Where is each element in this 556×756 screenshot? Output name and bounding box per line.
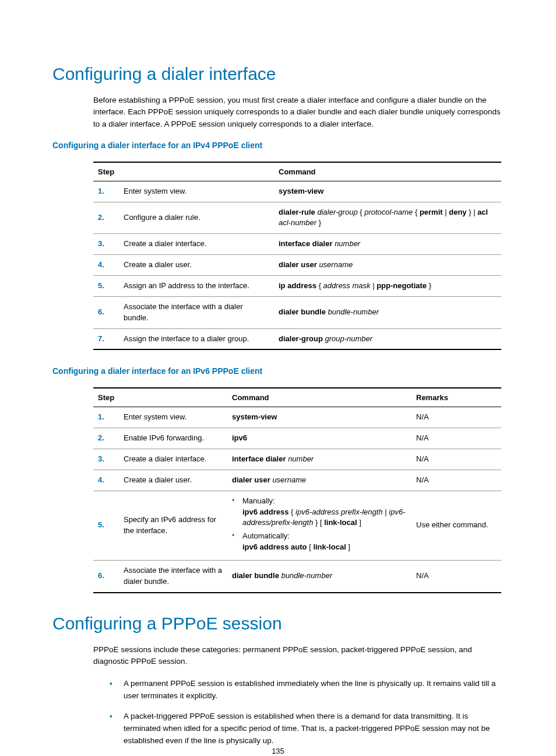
step-text: Assign the interface to a dialer group.	[119, 328, 274, 349]
table-row: 4. Create a dialer user. dialer user use…	[93, 470, 501, 491]
subheading-ipv4: Configuring a dialer interface for an IP…	[52, 141, 504, 150]
step-text: Specify an IPv6 address for the interfac…	[119, 491, 227, 560]
table-row: 1. Enter system view. system-view	[93, 181, 501, 202]
step-command: Manually:ipv6 address { ipv6-address pre…	[227, 491, 411, 560]
step-text: Enter system view.	[119, 181, 274, 202]
table-row: 5. Specify an IPv6 address for the inter…	[93, 491, 501, 560]
heading-pppoe-session: Configuring a PPPoE session	[52, 614, 504, 634]
step-text: Enable IPv6 forwarding.	[119, 428, 227, 449]
step-number: 4.	[93, 255, 119, 276]
step-command: interface dialer number	[274, 234, 501, 255]
table-row: 7. Assign the interface to a dialer grou…	[93, 328, 501, 349]
step-command: dialer bundle bundle-number	[274, 296, 501, 328]
table-row: 3. Create a dialer interface. interface …	[93, 234, 501, 255]
step-number: 3.	[93, 234, 119, 255]
step-remarks: N/A	[411, 407, 501, 428]
step-number: 6.	[93, 296, 119, 328]
step-number: 7.	[93, 328, 119, 349]
step-command: interface dialer number	[227, 449, 411, 470]
step-text: Configure a dialer rule.	[119, 202, 274, 234]
table-row: 5. Assign an IP address to the interface…	[93, 275, 501, 296]
step-number: 6.	[93, 560, 119, 592]
step-command: ip address { address mask | ppp-negotiat…	[274, 275, 501, 296]
list-item: A permanent PPPoE session is established…	[110, 678, 504, 702]
step-number: 2.	[93, 202, 119, 234]
table-row: 1. Enter system view. system-view N/A	[93, 407, 501, 428]
step-command: dialer bundle bundle-number	[227, 560, 411, 592]
col-command: Command	[274, 162, 501, 181]
table-row: 2. Enable IPv6 forwarding. ipv6 N/A	[93, 428, 501, 449]
step-text: Enter system view.	[119, 407, 227, 428]
step-number: 1.	[93, 181, 119, 202]
step-text: Create a dialer user.	[119, 470, 227, 491]
step-text: Create a dialer interface.	[119, 234, 274, 255]
step-number: 4.	[93, 470, 119, 491]
col-step: Step	[93, 388, 227, 407]
step-remarks: N/A	[411, 428, 501, 449]
intro-paragraph: Before establishing a PPPoE session, you…	[93, 94, 504, 130]
step-remarks: Use either command.	[411, 491, 501, 560]
step-number: 1.	[93, 407, 119, 428]
step-text: Associate the interface with a dialer bu…	[119, 296, 274, 328]
ipv6-steps-table: Step Command Remarks 1. Enter system vie…	[93, 387, 501, 593]
step-text: Associate the interface with a dialer bu…	[119, 560, 227, 592]
intro-paragraph-2: PPPoE sessions include these categories:…	[93, 644, 504, 668]
col-remarks: Remarks	[411, 388, 501, 407]
session-bullets: A permanent PPPoE session is established…	[110, 678, 504, 747]
step-number: 5.	[93, 491, 119, 560]
col-step: Step	[93, 162, 274, 181]
step-command: system-view	[274, 181, 501, 202]
step-command: dialer user username	[274, 255, 501, 276]
step-remarks: N/A	[411, 449, 501, 470]
subheading-ipv6: Configuring a dialer interface for an IP…	[52, 366, 504, 376]
table-row: 6. Associate the interface with a dialer…	[93, 296, 501, 328]
step-text: Create a dialer interface.	[119, 449, 227, 470]
step-number: 3.	[93, 449, 119, 470]
step-remarks: N/A	[411, 470, 501, 491]
page-number: 135	[0, 747, 556, 755]
ipv4-steps-table: Step Command 1. Enter system view. syste…	[93, 162, 501, 351]
heading-dialer-interface: Configuring a dialer interface	[52, 64, 504, 84]
step-text: Assign an IP address to the interface.	[119, 275, 274, 296]
table-row: 4. Create a dialer user. dialer user use…	[93, 255, 501, 276]
step-command: system-view	[227, 407, 411, 428]
document-page: Configuring a dialer interface Before es…	[0, 0, 556, 756]
step-number: 5.	[93, 275, 119, 296]
table-row: 2. Configure a dialer rule. dialer-rule …	[93, 202, 501, 234]
step-command: dialer-rule dialer-group { protocol-name…	[274, 202, 501, 234]
step-remarks: N/A	[411, 560, 501, 592]
step-command: dialer-group group-number	[274, 328, 501, 349]
table-row: 3. Create a dialer interface. interface …	[93, 449, 501, 470]
step-command: dialer user username	[227, 470, 411, 491]
list-item: A packet-triggered PPPoE session is esta…	[110, 710, 504, 747]
step-number: 2.	[93, 428, 119, 449]
step-text: Create a dialer user.	[119, 255, 274, 276]
table-row: 6. Associate the interface with a dialer…	[93, 560, 501, 592]
col-command: Command	[227, 388, 411, 407]
step-command: ipv6	[227, 428, 411, 449]
